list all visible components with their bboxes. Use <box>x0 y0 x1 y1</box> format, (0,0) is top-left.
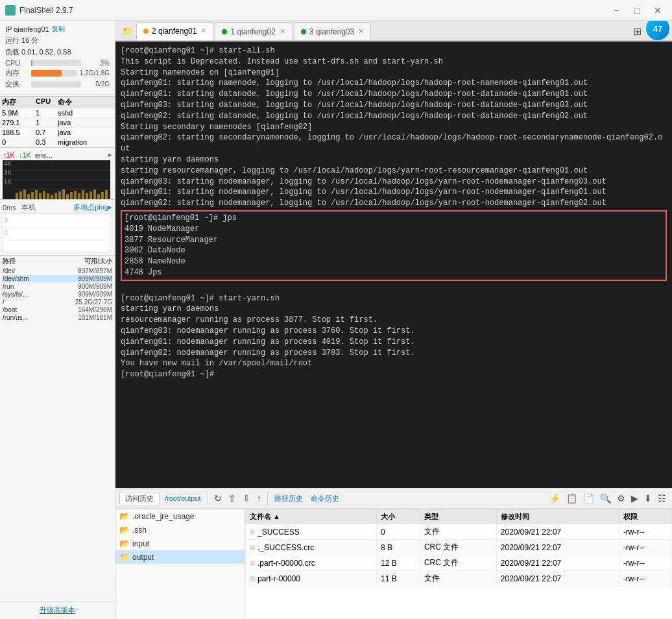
paste-icon[interactable]: 📄 <box>581 493 596 504</box>
file-type: 文件 <box>420 571 496 587</box>
cmd-history-button[interactable]: 命令历史 <box>308 494 342 504</box>
terminal-area[interactable]: [root@qianfeng01 ~]# start-all.sh This s… <box>115 42 672 488</box>
svg-rect-16 <box>78 193 80 199</box>
net-more-button[interactable]: ▸ <box>108 151 112 159</box>
maximize-button[interactable]: □ <box>628 4 646 17</box>
file-mtime: 2020/09/21 22:07 <box>496 555 619 571</box>
svg-rect-14 <box>70 192 73 199</box>
ping-ms: 0ms <box>3 204 16 212</box>
svg-rect-15 <box>74 191 77 199</box>
col-size[interactable]: 大小 <box>377 510 420 524</box>
files-table: 文件名 ▲ 大小 类型 修改时间 权限 _SUCCESS 0 文件 2020/0 <box>245 509 672 587</box>
tree-item-output[interactable]: 📁 output <box>115 550 245 564</box>
expand-icon[interactable]: ▶ <box>629 493 640 504</box>
mem-bar-bg <box>31 70 77 77</box>
file-type: CRC 文件 <box>420 540 496 555</box>
refresh-icon[interactable]: ↻ <box>212 493 224 504</box>
user-avatar[interactable]: 47 <box>646 21 669 40</box>
file-name: part-r-00000 <box>246 571 377 587</box>
swap-label: 交换 <box>5 79 29 89</box>
disk-row: /dev 897M/897M <box>3 267 112 274</box>
tree-item-ssh[interactable]: 📂 .ssh <box>115 523 245 537</box>
file-size: 11 B <box>377 571 420 587</box>
proc-row: 0 0.3 migration <box>0 138 115 147</box>
cpu-bar <box>31 60 32 66</box>
tab-close-button[interactable]: ✕ <box>280 27 285 36</box>
col-perm[interactable]: 权限 <box>619 510 671 524</box>
net-chart-area: 4K 3K 1K <box>3 160 110 199</box>
proc-row: 279.1 1 java <box>0 118 115 128</box>
search-icon[interactable]: 🔍 <box>598 493 613 504</box>
cpu-bar-bg <box>31 60 81 66</box>
mem-bar <box>31 70 62 77</box>
disk-row: /sys/fs/... 909M/909M <box>3 291 112 298</box>
svg-rect-12 <box>62 189 65 199</box>
file-row[interactable]: ._SUCCESS.crc 8 B CRC 文件 2020/09/21 22:0… <box>246 540 672 555</box>
svg-rect-18 <box>86 193 88 199</box>
upload-icon[interactable]: ⇧ <box>226 493 238 504</box>
disk-row: / 25.2G/27.7G <box>3 298 112 306</box>
net-header: ↑1K ↓1K ens... ▸ <box>3 151 112 159</box>
access-history-button[interactable]: 访问历史 <box>119 492 160 505</box>
path-label[interactable]: /root/output <box>162 494 204 502</box>
svg-rect-3 <box>27 194 30 199</box>
tab-qianfeng03-3[interactable]: 3 qianfeng03 ✕ <box>294 22 371 40</box>
tree-item-oracle[interactable]: 📂 .oracle_jre_usage <box>115 509 245 523</box>
transfer-icon[interactable]: ↑ <box>255 493 263 504</box>
file-row[interactable]: part-r-00000 11 B 文件 2020/09/21 22:07 -r… <box>246 571 672 587</box>
file-row[interactable]: _SUCCESS 0 文件 2020/09/21 22:07 -rw-r-- <box>246 524 672 540</box>
cpu-label: CPU <box>5 59 29 67</box>
disk-row-selected[interactable]: /dev/shm 909M/909M <box>3 275 112 282</box>
disk-row: /run 900M/909M <box>3 283 112 290</box>
svg-text:0: 0 <box>5 217 8 223</box>
path-history-button[interactable]: 路径历史 <box>272 494 306 504</box>
col-mtime[interactable]: 修改时间 <box>496 510 619 524</box>
upgrade-banner: 升级高版本 <box>0 601 115 619</box>
tab-qianfeng01-2[interactable]: 2 qianfeng01 ✕ <box>136 22 213 40</box>
tab-bar: 📁 2 qianfeng01 ✕ 1 qianfeng02 ✕ 3 qianfe… <box>115 21 672 42</box>
svg-rect-8 <box>47 193 49 199</box>
folder-button[interactable]: 📁 <box>118 22 136 40</box>
copy-button[interactable]: 复制 <box>52 25 65 34</box>
svg-rect-20 <box>93 189 96 199</box>
file-table-header-row: 文件名 ▲ 大小 类型 修改时间 权限 <box>246 510 672 524</box>
ping-multi-button[interactable]: 多地点ping▸ <box>73 202 112 212</box>
tab-close-button[interactable]: ✕ <box>358 27 364 36</box>
tree-item-label: output <box>132 553 154 562</box>
lightning-icon[interactable]: ⚡ <box>547 493 562 504</box>
file-row[interactable]: .part-r-00000.crc 12 B CRC 文件 2020/09/21… <box>246 555 672 571</box>
tree-item-input[interactable]: 📂 input <box>115 537 245 550</box>
proc-row: 5.9M 1 sshd <box>0 108 115 118</box>
load-label: 负载 0.01, 0.52, 0.58 <box>5 47 71 57</box>
tab-qianfeng02-1[interactable]: 1 qianfeng02 ✕ <box>215 22 292 40</box>
disk-row: /boot 164M/296M <box>3 306 112 313</box>
titlebar: FinalShell 2.9.7 − □ ✕ <box>0 0 672 21</box>
upgrade-button[interactable]: 升级高版本 <box>40 606 75 614</box>
cpu-value: 3% <box>84 60 110 67</box>
net-chart-svg <box>3 160 110 199</box>
settings-icon[interactable]: ⚙ <box>615 493 627 504</box>
net-interface: ens... <box>35 151 108 159</box>
download-icon[interactable]: ⇩ <box>241 493 252 504</box>
disk-area: 路径 可用/大小 /dev 897M/897M /dev/shm 909M/90… <box>0 255 115 601</box>
grid-icon[interactable]: ☷ <box>656 493 668 504</box>
down-arrow-icon[interactable]: ⬇ <box>642 493 654 504</box>
svg-rect-6 <box>39 193 42 199</box>
tab-grid-button[interactable]: ⊞ <box>628 22 646 40</box>
tab-label: 1 qianfeng02 <box>230 27 275 36</box>
col-type[interactable]: 类型 <box>420 510 496 524</box>
col-filename[interactable]: 文件名 ▲ <box>246 510 377 524</box>
minimize-button[interactable]: − <box>607 4 625 17</box>
file-name: .part-r-00000.crc <box>246 555 377 571</box>
svg-rect-17 <box>82 190 84 199</box>
svg-rect-19 <box>90 191 92 199</box>
tab-close-button[interactable]: ✕ <box>200 27 206 35</box>
svg-rect-11 <box>58 191 61 199</box>
close-button[interactable]: ✕ <box>649 4 667 17</box>
file-browser: 📂 .oracle_jre_usage 📂 .ssh 📂 input 📁 out… <box>115 509 672 619</box>
jps-output-block: [root@qianfeng01 ~]# jps 4019 NodeManage… <box>121 210 667 281</box>
svg-rect-0 <box>16 193 18 199</box>
copy-icon[interactable]: 📋 <box>564 493 579 504</box>
mem-label: 内存 <box>5 68 29 78</box>
toolbar-divider <box>267 492 268 505</box>
